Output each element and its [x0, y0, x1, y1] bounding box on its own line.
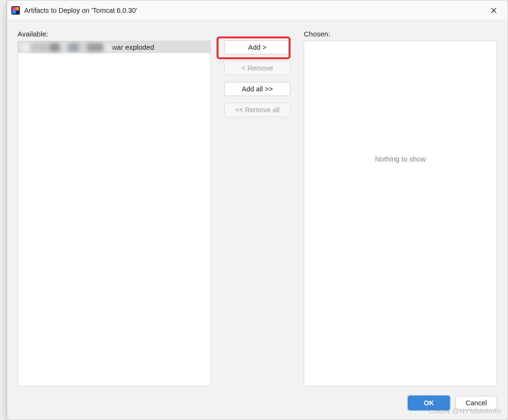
chosen-empty-text: Nothing to show [304, 155, 497, 163]
dialog-title: Artifacts to Deploy on 'Tomcat 6.0.30' [24, 7, 483, 14]
redacted-artifact-name [22, 43, 112, 52]
chosen-panel: Chosen: Nothing to show [304, 30, 497, 386]
add-all-button[interactable]: Add all >> [224, 82, 290, 96]
add-button[interactable]: Add > [224, 40, 290, 54]
close-button[interactable] [483, 2, 505, 18]
available-label: Available: [18, 30, 211, 38]
remove-button: < Remove [224, 61, 290, 75]
chosen-list[interactable]: Nothing to show [304, 41, 497, 386]
close-icon [491, 8, 497, 13]
available-panel: Available: war exploded [18, 30, 211, 386]
svg-rect-1 [12, 7, 16, 10]
background-left-strip [0, 0, 7, 420]
svg-rect-2 [16, 7, 19, 10]
available-list[interactable]: war exploded [18, 41, 211, 386]
dialog-titlebar: Artifacts to Deploy on 'Tomcat 6.0.30' [7, 0, 508, 20]
dialog-footer: OK Cancel [7, 393, 508, 420]
chosen-label: Chosen: [304, 30, 497, 38]
cancel-button[interactable]: Cancel [455, 396, 497, 410]
dialog-content: Available: war exploded [7, 20, 508, 393]
deploy-artifacts-dialog: Artifacts to Deploy on 'Tomcat 6.0.30' A… [7, 0, 508, 420]
available-item-text: war exploded [112, 43, 154, 51]
available-list-item[interactable]: war exploded [18, 41, 210, 53]
ok-button[interactable]: OK [408, 396, 450, 410]
svg-rect-3 [12, 10, 16, 14]
transfer-buttons-column: Add > < Remove Add all >> << Remove all [220, 30, 294, 386]
app-icon [11, 6, 20, 15]
remove-all-button: << Remove all [224, 103, 290, 117]
